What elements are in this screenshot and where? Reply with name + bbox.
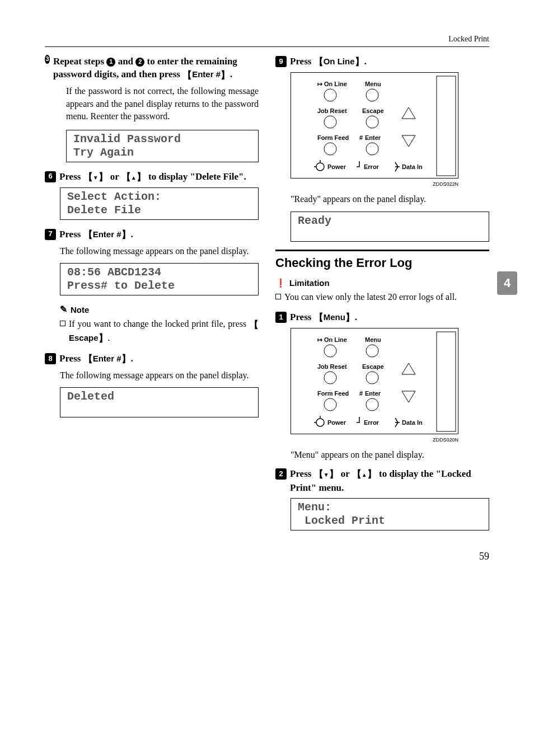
svg-text:Job Reset: Job Reset (317, 363, 347, 370)
svg-point-16 (366, 116, 378, 128)
svg-point-37 (324, 372, 336, 384)
t: You can view only the latest 20 error lo… (284, 291, 457, 303)
svg-text:On Line: On Line (324, 336, 347, 343)
t: and (118, 56, 136, 67)
t: or (110, 171, 121, 182)
step-9: 9 Press 【On Line】. (275, 55, 489, 69)
substep-c-body: If the password is not correct, the foll… (66, 85, 259, 123)
svg-rect-1 (437, 76, 456, 176)
step-6: 6 Press 【】 or 【】 to display "Delete File… (45, 170, 259, 184)
limitation-heading: Limitation (275, 277, 489, 289)
svg-text:Escape: Escape (362, 107, 384, 114)
lcd-locked-print: Menu: Locked Print (291, 498, 489, 530)
svg-text:Menu: Menu (365, 81, 381, 87)
key-online: On Line (324, 57, 355, 66)
key-enter: Enter # (93, 229, 121, 239)
svg-point-39 (324, 398, 336, 411)
svg-text:Error: Error (364, 419, 380, 426)
header-title: Locked Print (45, 34, 489, 45)
t: Press (59, 353, 83, 364)
panel-code-2: ZDDS020N (291, 436, 458, 444)
svg-point-14 (366, 89, 378, 101)
step-7-head: Press 【Enter #】. (59, 228, 133, 242)
svg-point-36 (366, 345, 378, 357)
limitation-icon (275, 277, 286, 289)
svg-rect-23 (437, 332, 456, 431)
printer-panel-diagram: ↦On Line Menu Job Reset Escape Form Feed… (291, 72, 458, 179)
svg-text:Data In: Data In (402, 163, 423, 170)
up-arrow-icon (131, 171, 137, 182)
step-8-head: Press 【Enter #】. (59, 352, 133, 366)
lcd-select-action: Select Action: Delete File (60, 187, 259, 220)
step-7: 7 Press 【Enter #】. (45, 228, 259, 242)
step-1: 1 Press 【Menu】. (275, 311, 489, 325)
step-number-1: 1 (275, 312, 287, 323)
svg-point-13 (324, 89, 336, 101)
svg-text:Error: Error (364, 163, 380, 170)
t: Press (290, 468, 314, 479)
svg-point-38 (366, 372, 378, 384)
svg-text:↦: ↦ (317, 81, 322, 87)
ref-1-icon: 1 (106, 58, 115, 67)
svg-text:Form Feed: Form Feed (317, 134, 349, 141)
lcd-deleted: Deleted (60, 387, 259, 417)
svg-text:Data In: Data In (402, 419, 423, 426)
note-body: If you want to change the locked print f… (60, 318, 259, 345)
svg-point-35 (324, 345, 336, 357)
step-number-6: 6 (45, 171, 56, 182)
key-menu: Menu (324, 312, 345, 322)
printer-panel-diagram-2: ↦On Line Menu Job Reset Escape Form Feed… (291, 328, 458, 434)
side-tab-chapter: 4 (497, 271, 517, 295)
step-6-head: Press 【】 or 【】 to display "Delete File". (59, 170, 246, 184)
step-9-body: "Ready" appears on the panel display. (291, 193, 489, 205)
limitation-label: Limitation (289, 277, 330, 289)
svg-text:Escape: Escape (362, 363, 384, 370)
svg-point-17 (324, 143, 336, 155)
t: Press (290, 312, 314, 322)
svg-text:#: # (359, 390, 363, 397)
step-number-9: 9 (275, 56, 287, 67)
step-1-body: "Menu" appears on the panel display. (291, 449, 489, 461)
down-arrow-icon (93, 171, 99, 182)
step-2-head: Press 【】 or 【】 to display the "Locked Pr… (290, 467, 489, 495)
substep-c: 3 Repeat steps 1 and 2 to enter the rema… (45, 55, 259, 82)
left-column: 3 Repeat steps 1 and 2 to enter the rema… (45, 55, 259, 538)
lcd-invalid-password: Invalid Password Try Again (66, 130, 259, 162)
step-8: 8 Press 【Enter #】. (45, 352, 259, 366)
svg-point-40 (366, 398, 378, 411)
panel-code-1: ZDDS022N (291, 181, 458, 188)
t: or (341, 468, 352, 479)
t: If you want to change the locked print f… (69, 319, 249, 328)
svg-point-18 (366, 143, 378, 155)
lcd-press-delete: 08:56 ABCD1234 Press# to Delete (60, 263, 259, 295)
t: to display "Delete File". (148, 171, 246, 182)
svg-text:Job Reset: Job Reset (317, 107, 347, 114)
key-enter: Enter # (192, 69, 221, 79)
down-arrow-icon (324, 468, 329, 479)
step-1-head: Press 【Menu】. (290, 311, 357, 325)
svg-text:Menu: Menu (365, 336, 381, 343)
svg-text:Power: Power (327, 419, 346, 426)
step-7-body: The following message appears on the pan… (60, 245, 259, 257)
svg-text:Enter: Enter (365, 390, 381, 397)
bullet-icon (275, 294, 281, 299)
svg-text:Enter: Enter (365, 134, 381, 141)
section-checking-error-log: Checking the Error Log (275, 250, 489, 272)
svg-point-15 (324, 116, 336, 128)
pencil-icon (60, 303, 67, 316)
key-enter: Enter # (93, 354, 121, 363)
t: Press (59, 171, 83, 182)
substep-c-head: Repeat steps 1 and 2 to enter the remain… (53, 55, 259, 82)
step-number-7: 7 (45, 229, 56, 240)
substep-number-3: 3 (45, 55, 50, 64)
limitation-body: You can view only the latest 20 error lo… (275, 291, 489, 303)
step-2: 2 Press 【】 or 【】 to display the "Locked … (275, 467, 489, 495)
step-8-body: The following message appears on the pan… (60, 369, 259, 382)
svg-text:Form Feed: Form Feed (317, 390, 349, 397)
note-label: Note (71, 304, 89, 316)
note-heading: Note (60, 303, 259, 316)
lcd-ready: Ready (291, 212, 489, 242)
svg-text:On Line: On Line (324, 81, 347, 87)
step-number-2: 2 (275, 468, 287, 480)
key-escape: Escape (69, 333, 99, 342)
